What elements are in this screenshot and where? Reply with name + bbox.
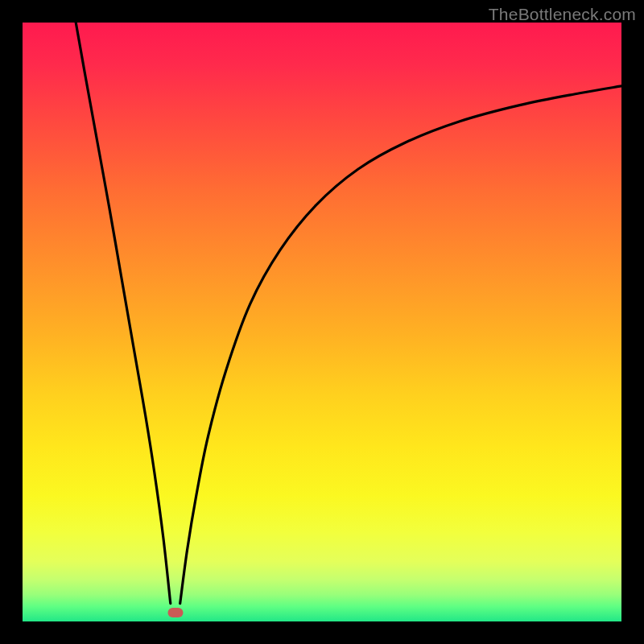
left-branch-path [76, 23, 171, 604]
right-branch-path [180, 86, 621, 604]
chart-frame: TheBottleneck.com [0, 0, 644, 644]
watermark-text: TheBottleneck.com [489, 5, 636, 24]
plot-area [23, 23, 621, 621]
minimum-marker [167, 608, 183, 617]
curve-svg [23, 23, 621, 621]
